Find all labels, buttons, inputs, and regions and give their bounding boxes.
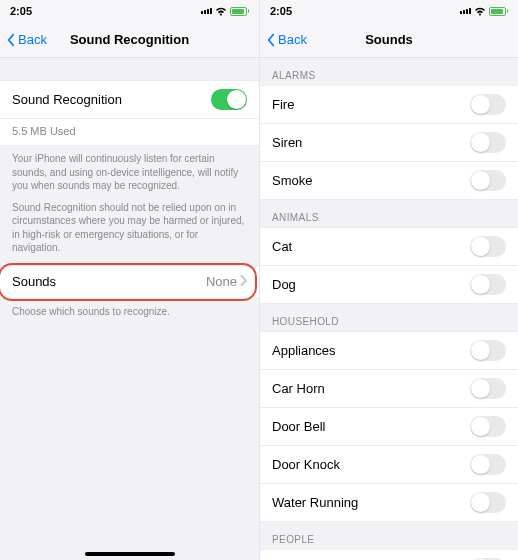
- sounds-cell[interactable]: Sounds None: [0, 265, 259, 299]
- section-header-alarms: ALARMS: [260, 58, 518, 85]
- status-time: 2:05: [270, 5, 292, 17]
- cell-label: Siren: [272, 135, 302, 150]
- sound-recognition-toggle-cell[interactable]: Sound Recognition: [0, 80, 259, 119]
- section-header-people: PEOPLE: [260, 522, 518, 549]
- back-button[interactable]: Back: [260, 32, 307, 47]
- cell-door-bell[interactable]: Door Bell: [260, 408, 518, 446]
- chevron-right-icon: [240, 274, 247, 289]
- section-header-animals: ANIMALS: [260, 200, 518, 227]
- cell-door-knock[interactable]: Door Knock: [260, 446, 518, 484]
- cell-cat[interactable]: Cat: [260, 227, 518, 266]
- cell-label: Door Knock: [272, 457, 340, 472]
- signal-icon: [460, 8, 471, 14]
- wifi-icon: [215, 7, 227, 16]
- cell-label: Door Bell: [272, 419, 325, 434]
- section-header-household: HOUSEHOLD: [260, 304, 518, 331]
- back-label: Back: [18, 32, 47, 47]
- cell-label: Car Horn: [272, 381, 325, 396]
- toggle-car-horn[interactable]: [470, 378, 506, 399]
- cell-label: Water Running: [272, 495, 358, 510]
- back-button[interactable]: Back: [0, 32, 47, 47]
- sounds-footnote: Choose which sounds to recognize.: [0, 299, 259, 319]
- cell-baby-crying[interactable]: Baby Crying: [260, 549, 518, 560]
- cell-water-running[interactable]: Water Running: [260, 484, 518, 522]
- sounds-label: Sounds: [12, 274, 56, 289]
- toggle-siren[interactable]: [470, 132, 506, 153]
- screenshot-left: 2:05 Back Sound Recognition Sound Recogn…: [0, 0, 259, 560]
- status-bar: 2:05: [0, 0, 259, 22]
- toggle-door-knock[interactable]: [470, 454, 506, 475]
- battery-icon: [230, 7, 250, 16]
- toggle-water-running[interactable]: [470, 492, 506, 513]
- sound-recognition-toggle[interactable]: [211, 89, 247, 110]
- storage-used: 5.5 MB Used: [0, 119, 259, 146]
- status-icons: [460, 7, 509, 16]
- signal-icon: [201, 8, 212, 14]
- status-time: 2:05: [10, 5, 32, 17]
- battery-icon: [489, 7, 509, 16]
- cell-appliances[interactable]: Appliances: [260, 331, 518, 370]
- description-2: Sound Recognition should not be relied u…: [0, 193, 259, 265]
- content-area: Sound Recognition 5.5 MB Used Your iPhon…: [0, 58, 259, 560]
- home-indicator[interactable]: [85, 552, 175, 556]
- sounds-value: None: [206, 274, 237, 289]
- cell-label: Dog: [272, 277, 296, 292]
- description-1: Your iPhone will continuously listen for…: [0, 146, 259, 193]
- toggle-dog[interactable]: [470, 274, 506, 295]
- cell-smoke[interactable]: Smoke: [260, 162, 518, 200]
- toggle-fire[interactable]: [470, 94, 506, 115]
- status-icons: [201, 7, 250, 16]
- cell-car-horn[interactable]: Car Horn: [260, 370, 518, 408]
- cell-label: Fire: [272, 97, 294, 112]
- toggle-smoke[interactable]: [470, 170, 506, 191]
- nav-header: Back Sounds: [260, 22, 518, 58]
- wifi-icon: [474, 7, 486, 16]
- chevron-left-icon: [264, 33, 278, 47]
- content-area: ALARMS Fire Siren Smoke ANIMALS Cat Dog …: [260, 58, 518, 560]
- chevron-left-icon: [4, 33, 18, 47]
- cell-label: Appliances: [272, 343, 336, 358]
- toggle-appliances[interactable]: [470, 340, 506, 361]
- cell-dog[interactable]: Dog: [260, 266, 518, 304]
- back-label: Back: [278, 32, 307, 47]
- cell-label: Smoke: [272, 173, 312, 188]
- screenshot-right: 2:05 Back Sounds ALARMS Fire Siren S: [259, 0, 518, 560]
- cell-siren[interactable]: Siren: [260, 124, 518, 162]
- toggle-door-bell[interactable]: [470, 416, 506, 437]
- status-bar: 2:05: [260, 0, 518, 22]
- cell-fire[interactable]: Fire: [260, 85, 518, 124]
- toggle-cat[interactable]: [470, 236, 506, 257]
- nav-header: Back Sound Recognition: [0, 22, 259, 58]
- cell-label: Cat: [272, 239, 292, 254]
- toggle-label: Sound Recognition: [12, 92, 122, 107]
